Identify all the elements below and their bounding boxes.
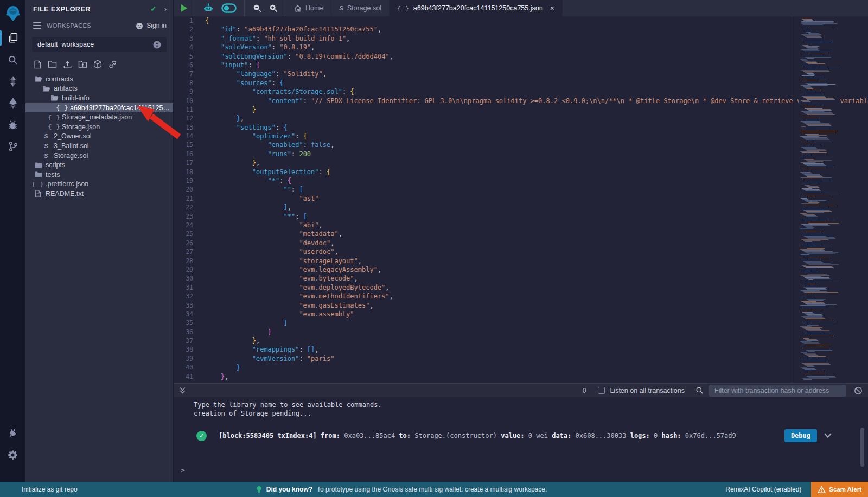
sidebar-item-file-explorer[interactable] [0, 27, 25, 49]
copilot-toggle[interactable] [221, 3, 237, 13]
code-editor[interactable]: 1{2 "id": "a69b43f277ba20fcac141151250ca… [174, 16, 868, 383]
workspace-select[interactable]: default_workspace [32, 37, 167, 52]
editor-line[interactable]: 29 "evm.legacyAssembly", [174, 265, 868, 274]
editor-line[interactable]: 34 "evm.assembly" [174, 310, 868, 318]
copilot-status[interactable]: RemixAI Copilot (enabled) [725, 486, 801, 493]
tree-item-storage-json[interactable]: { }Storage.json [25, 122, 173, 132]
editor-line[interactable]: 1{ [174, 16, 868, 25]
editor-line[interactable]: 38 "remappings": [], [174, 345, 868, 354]
scam-alert-button[interactable]: Scam Alert [811, 482, 868, 497]
plugin-manager-button[interactable] [0, 422, 25, 444]
editor-line[interactable]: 11 } [174, 105, 868, 114]
editor-line[interactable]: 15 "enabled": false, [174, 141, 868, 149]
workspaces-menu-icon[interactable] [33, 21, 41, 30]
tab-home[interactable]: Home [286, 0, 331, 16]
tree-item-storage-metadata-json[interactable]: { }Storage_metadata.json [25, 112, 173, 122]
upload-folder-icon[interactable] [78, 60, 87, 68]
editor-line[interactable]: 35 ] [174, 318, 868, 327]
sidebar-item-solidity-compiler[interactable] [0, 71, 25, 92]
editor-line[interactable]: 5 "solcLongVersion": "0.8.19+commit.7dd6… [174, 52, 868, 61]
debug-button[interactable]: Debug [784, 429, 817, 442]
zoom-in-button[interactable] [269, 3, 278, 13]
tree-item-scripts[interactable]: scripts [25, 160, 173, 170]
editor-line[interactable]: 26 "devdoc", [174, 239, 868, 247]
editor-line[interactable]: 12 }, [174, 114, 868, 123]
editor-line[interactable]: 4 "solcVersion": "0.8.19", [174, 43, 868, 52]
upload-file-icon[interactable] [63, 60, 72, 69]
tree-item-contracts[interactable]: contracts [25, 74, 173, 84]
editor-line[interactable]: 7 "language": "Solidity", [174, 69, 868, 78]
sidebar-item-search[interactable] [0, 49, 25, 71]
editor-line[interactable]: 31 "evm.deployedBytecode", [174, 283, 868, 292]
tree-item-a69b43f277ba20fcac141151250ca7-[interactable]: { }a69b43f277ba20fcac141151250ca7... [25, 103, 173, 113]
tab-storage-sol[interactable]: S Storage.sol [331, 0, 390, 16]
new-folder-icon[interactable] [48, 60, 57, 68]
tree-item-build-info[interactable]: build-info [25, 93, 173, 103]
tree-item-readme-txt[interactable]: README.txt [25, 189, 173, 199]
terminal-search-icon[interactable] [695, 386, 704, 394]
editor-line[interactable]: 24 "abi", [174, 221, 868, 230]
tree-item-tests[interactable]: tests [25, 170, 173, 180]
close-tab-icon[interactable]: × [550, 4, 554, 12]
tree-item-storage-sol[interactable]: SStorage.sol [25, 151, 173, 161]
editor-line[interactable]: 32 "evm.methodIdentifiers", [174, 292, 868, 301]
editor-line[interactable]: 14 "optimizer": { [174, 132, 868, 141]
editor-line[interactable]: 9 "contracts/Storage.sol": { [174, 87, 868, 96]
editor-line[interactable]: 37 }, [174, 336, 868, 345]
git-init-label[interactable]: Initialize as git repo [22, 486, 78, 493]
editor-line[interactable]: 18 "outputSelection": { [174, 168, 868, 176]
zoom-out-button[interactable] [252, 3, 262, 13]
remix-logo[interactable] [0, 0, 25, 27]
editor-line[interactable]: 21 "ast" [174, 194, 868, 203]
transaction-row[interactable]: ✓ [block:5583405 txIndex:4] from: 0xa03.… [174, 429, 868, 443]
editor-line[interactable]: 33 "evm.gasEstimates", [174, 301, 868, 310]
editor-line[interactable]: 6 "input": { [174, 61, 868, 69]
editor-line[interactable]: 20 "": [ [174, 185, 868, 194]
terminal-scrollbar[interactable] [860, 428, 864, 467]
editor-line[interactable]: 23 "*": [ [174, 212, 868, 221]
tab-build-info-json[interactable]: { } a69b43f277ba20fcac141151250ca755.jso… [390, 0, 563, 16]
editor-line[interactable]: 25 "metadata", [174, 230, 868, 238]
editor-line[interactable]: 30 "evm.bytecode", [174, 274, 868, 283]
new-file-icon[interactable] [34, 60, 42, 69]
clear-console-icon[interactable] [854, 386, 863, 395]
sign-in-button[interactable]: Sign in [135, 22, 167, 30]
editor-minimap[interactable] [799, 16, 839, 383]
editor-line[interactable]: 16 "runs": 200 [174, 150, 868, 158]
editor-line[interactable]: 8 "sources": { [174, 79, 868, 87]
tree-item-3-ballot-sol[interactable]: S3_Ballot.sol [25, 141, 173, 151]
ipfs-box-icon[interactable] [93, 60, 102, 69]
editor-line[interactable]: 17 }, [174, 158, 868, 167]
solidity-icon: S [42, 143, 50, 149]
editor-line[interactable]: 3 "_format": "hh-sol-build-info-1", [174, 34, 868, 43]
editor-line[interactable]: 36 } [174, 328, 868, 336]
editor-line[interactable]: 40 } [174, 363, 868, 372]
editor-line[interactable]: 2 "id": "a69b43f277ba20fcac141151250ca75… [174, 25, 868, 34]
run-script-button[interactable] [181, 4, 187, 12]
editor-line[interactable]: 27 "userdoc", [174, 247, 868, 256]
chevron-right-icon[interactable]: › [164, 5, 167, 13]
link-icon[interactable] [108, 60, 117, 69]
editor-line[interactable]: 28 "storageLayout", [174, 257, 868, 265]
editor-line[interactable]: 39 "evmVersion": "paris" [174, 354, 868, 363]
settings-button[interactable] [0, 444, 25, 466]
terminal-body[interactable]: Type the library name to see available c… [174, 397, 868, 482]
editor-line[interactable]: 22 ], [174, 203, 868, 212]
terminal-prompt[interactable]: > [181, 466, 185, 474]
transaction-filter-input[interactable] [709, 385, 846, 397]
editor-line[interactable]: 13 "settings": { [174, 123, 868, 132]
editor-line[interactable]: 10 "content": "// SPDX-License-Identifie… [174, 97, 868, 105]
expand-terminal-button[interactable] [179, 387, 186, 394]
sidebar-item-git[interactable] [0, 136, 25, 157]
tree-item-artifacts[interactable]: artifacts [25, 84, 173, 94]
remixai-button[interactable] [203, 3, 214, 14]
tree-item-2-owner-sol[interactable]: S2_Owner.sol [25, 132, 173, 142]
sidebar-item-debugger[interactable] [0, 114, 25, 136]
tree-item--prettierrc-json[interactable]: { }.prettierrc.json [25, 180, 173, 189]
check-icon[interactable]: ✓ [150, 4, 157, 13]
listen-all-checkbox[interactable] [598, 387, 605, 394]
sidebar-item-deploy-run[interactable] [0, 92, 25, 114]
editor-line[interactable]: 41 }, [174, 372, 868, 381]
tx-expand-chevron-icon[interactable] [824, 431, 832, 441]
editor-line[interactable]: 19 "*": { [174, 176, 868, 185]
